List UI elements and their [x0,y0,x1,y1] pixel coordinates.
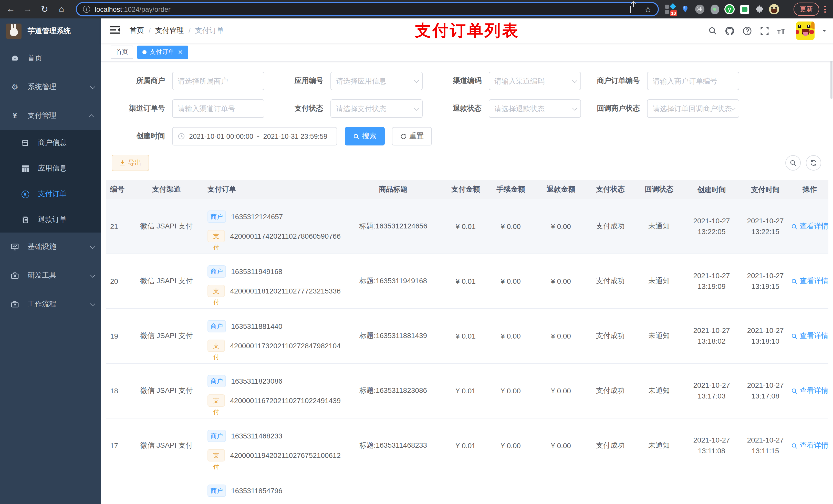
chevron-down-icon [90,272,95,278]
browser-update-button[interactable]: 更新 [793,3,819,16]
cell-create-time: 2021-10-2713:11:08 [684,435,740,456]
github-icon[interactable] [725,26,735,35]
extension-y-icon[interactable]: y [724,4,735,14]
cell-product-title: 标题:1635311949168 [341,277,446,286]
sidebar-item-system[interactable]: ⚙ 系统管理 [0,73,101,101]
view-detail-link[interactable]: 查看详情 [791,222,828,231]
callback-status-label: 回调商户状态 [581,104,640,113]
merchant-tag: 商户 [208,484,226,497]
extension-pin-icon[interactable] [680,4,690,14]
cell-action: 查看详情 [791,386,828,395]
search-icon [791,442,798,449]
help-icon[interactable] [742,26,752,35]
extensions-puzzle-icon[interactable] [754,4,764,14]
sidebar-item-refund-order[interactable]: 退款订单 [0,207,101,233]
cell-pay-amount: ¥ 0.01 [446,441,486,450]
cell-pay-time: 2021-10-2713:19:15 [740,270,791,292]
browser-menu-icon[interactable] [824,6,826,13]
cell-pay-order: 商户 1635311854796 支付 [203,481,341,504]
cell-pay-amount: ¥ 0.01 [446,387,486,395]
sidebar-item-app-info[interactable]: 应用信息 [0,156,101,181]
extension-chat-icon[interactable] [739,4,749,14]
reset-button[interactable]: 重置 [392,127,432,145]
chevron-down-icon [90,243,95,249]
avatar-dropdown-icon[interactable] [822,30,826,34]
channel-code-select[interactable] [489,72,581,90]
cell-pay-channel: 微信 JSAPI 支付 [130,441,203,450]
pay-submenu: 商户信息 应用信息 ¥ 支付订单 退款订单 [0,130,101,233]
refresh-icon [400,133,407,140]
cell-pay-channel: 微信 JSAPI 支付 [130,277,203,286]
grid-table-icon [21,165,30,172]
sidebar-item-pay-order[interactable]: ¥ 支付订单 [0,181,101,207]
tag-home[interactable]: 首页 [111,45,133,58]
create-time-range-picker[interactable]: 2021-10-01 00:00:00 - 2021-10-31 23:59:5… [172,127,337,145]
date-start: 2021-10-01 00:00:00 [189,133,253,140]
browser-reload-icon[interactable]: ↻ [38,3,51,16]
breadcrumb: 首页 / 支付管理 / 支付订单 [129,26,224,35]
cell-pay-order: 商户 1635311468233 支付 42000011942021102767… [203,426,341,465]
browser-forward-icon[interactable]: → [21,3,34,16]
breadcrumb-pay-manage[interactable]: 支付管理 [155,26,184,35]
site-info-icon[interactable]: i [83,6,90,13]
bookmark-star-icon[interactable]: ☆ [644,4,652,14]
cell-product-title: 标题:1635311881439 [341,331,446,341]
cell-refund-amount: ¥ 0.00 [536,441,586,450]
callback-status-select[interactable] [647,99,739,118]
sidebar-item-infra[interactable]: 基础设施 [0,233,101,261]
view-detail-link[interactable]: 查看详情 [791,441,828,450]
cell-pay-amount: ¥ 0.01 [446,222,486,231]
browser-home-icon[interactable]: ⌂ [55,3,68,16]
extension-cmd-icon[interactable]: ⌘ [695,4,705,14]
pay-status-select[interactable] [330,99,423,118]
extension-badge: 10 [670,10,677,16]
app-select[interactable] [330,72,423,90]
table-header: 编号 支付渠道 支付订单 商品标题 支付金额 手续金额 退款金额 支付状态 回调… [106,180,828,199]
close-icon[interactable]: ✕ [178,48,183,55]
merchant-order-no-input[interactable] [647,72,739,90]
fullscreen-icon[interactable] [760,26,769,35]
extension-emoji-icon[interactable] [769,4,779,14]
sidebar-item-pay[interactable]: ¥ 支付管理 [0,101,101,130]
yen-icon: ¥ [10,111,20,120]
search-button[interactable]: 搜索 [345,127,385,145]
pay-tag: 支付 [208,230,225,242]
cell-fee-amount: ¥ 0.00 [486,387,536,395]
extension-record-icon[interactable] [710,4,720,14]
cell-order-id: 21 [106,222,130,231]
address-bar[interactable]: i localhost:1024/pay/order ☆ [76,2,659,16]
sidebar-item-home[interactable]: 首页 [0,44,101,73]
create-time-label: 创建时间 [106,131,165,141]
sidebar-item-dev-tools[interactable]: 研发工具 [0,261,101,290]
view-detail-link[interactable]: 查看详情 [791,331,828,341]
toggle-search-button[interactable] [785,155,801,171]
table-row: 21 微信 JSAPI 支付 商户 1635312124657 支付 42000… [106,199,828,254]
font-size-icon[interactable]: TT [777,26,785,35]
tag-pay-order[interactable]: 支付订单 ✕ [137,45,188,58]
view-detail-link[interactable]: 查看详情 [791,277,828,286]
refund-status-select[interactable] [489,99,581,118]
cell-pay-status: 支付成功 [586,331,635,341]
cell-pay-order: 商户 1635312124657 支付 42000011742021102780… [203,207,341,246]
avatar[interactable] [796,22,814,40]
gear-icon: ⚙ [10,82,20,92]
shop-icon [21,139,30,147]
cell-pay-status: 支付成功 [586,441,635,450]
breadcrumb-home[interactable]: 首页 [129,26,144,35]
browser-back-icon[interactable]: ← [4,3,18,16]
sidebar-item-merchant-info[interactable]: 商户信息 [0,130,101,156]
cell-refund-amount: ¥ 0.00 [536,222,586,231]
chevron-up-icon [89,114,94,119]
sidebar-toggle-icon[interactable] [110,25,121,36]
share-icon[interactable] [630,5,637,13]
export-button[interactable]: 导出 [112,155,149,171]
view-detail-link[interactable]: 查看详情 [791,386,828,395]
search-icon[interactable] [708,26,717,35]
extension-grid-icon[interactable]: 10 [665,4,675,14]
refresh-button[interactable] [806,155,821,171]
channel-order-no-input[interactable] [172,99,264,118]
merchant-input[interactable] [172,72,264,90]
search-icon [791,387,798,394]
pay-status-label: 支付状态 [264,104,323,113]
sidebar-item-workflow[interactable]: 工作流程 [0,290,101,318]
